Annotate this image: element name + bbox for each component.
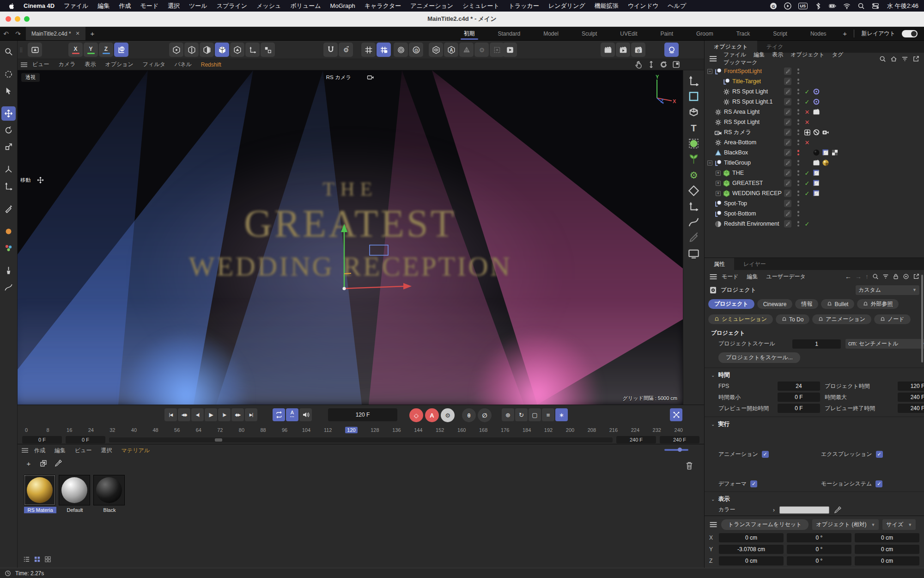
material-grid-view-icon[interactable] bbox=[33, 555, 41, 563]
om-search-icon[interactable] bbox=[879, 55, 886, 62]
edit-tag-icon[interactable] bbox=[784, 68, 791, 75]
solo-icon[interactable] bbox=[429, 43, 443, 57]
object-name[interactable]: FrontSpotLight bbox=[724, 68, 762, 74]
object-name[interactable]: THE bbox=[732, 170, 744, 176]
rotation-field[interactable]: 0 ° bbox=[787, 533, 851, 542]
pen-tool[interactable] bbox=[1, 202, 16, 216]
edit-tag-icon[interactable] bbox=[784, 159, 791, 166]
ruler-tick-104[interactable]: 104 bbox=[302, 427, 310, 433]
om-menu-item[interactable]: ファイル bbox=[720, 51, 750, 58]
edit-tag-icon[interactable] bbox=[784, 190, 791, 197]
material-item[interactable]: RS Materia bbox=[24, 475, 56, 513]
lock-axis-z-button[interactable]: Z bbox=[99, 43, 113, 57]
object-name[interactable]: Redshift Environment bbox=[724, 221, 779, 227]
edges-mode-icon[interactable] bbox=[184, 43, 199, 57]
play-icon[interactable]: ▶ bbox=[205, 408, 217, 421]
viewport-menu-item[interactable]: ビュー bbox=[28, 61, 54, 68]
orbit-view-icon[interactable] bbox=[660, 61, 668, 68]
ruler-tick-160[interactable]: 160 bbox=[457, 427, 466, 433]
load-material-icon[interactable] bbox=[38, 458, 49, 469]
object-name[interactable]: BlackBox bbox=[724, 149, 748, 156]
attr-search-icon[interactable] bbox=[872, 273, 879, 280]
attr-popup-icon[interactable] bbox=[913, 273, 919, 280]
history-forward-icon[interactable]: → bbox=[855, 273, 862, 280]
current-frame-field[interactable]: 120 F bbox=[328, 408, 397, 421]
om-filter-icon[interactable] bbox=[901, 55, 908, 62]
attr-menu-item[interactable]: 編集 bbox=[743, 273, 762, 280]
object-name[interactable]: RS Spot Light.1 bbox=[732, 98, 773, 105]
next-key-icon[interactable]: ◆▶ bbox=[231, 408, 244, 421]
edit-tag-icon[interactable] bbox=[784, 200, 791, 207]
range-end-field-2[interactable]: 240 F bbox=[660, 436, 699, 443]
coordinate-icon[interactable] bbox=[688, 75, 699, 86]
layout-tab-Nodes[interactable]: Nodes bbox=[799, 27, 838, 40]
field-value[interactable]: 24 bbox=[778, 381, 820, 391]
material-thumbnail[interactable] bbox=[59, 475, 90, 505]
ruler-tick-24[interactable]: 24 bbox=[87, 427, 95, 433]
menubar-item[interactable]: メッシュ bbox=[252, 2, 286, 9]
phong-tag-icon[interactable] bbox=[813, 190, 820, 197]
asset-browser-icon[interactable] bbox=[28, 43, 42, 57]
grid-icon[interactable] bbox=[361, 43, 376, 57]
material-item[interactable]: Black bbox=[93, 475, 126, 513]
edit-tag-icon[interactable] bbox=[784, 78, 791, 85]
project-scale-field[interactable]: 1 bbox=[792, 339, 841, 349]
edit-tag-icon[interactable] bbox=[784, 149, 791, 156]
om-popup-icon[interactable] bbox=[912, 55, 919, 62]
delete-material-icon[interactable] bbox=[685, 461, 694, 470]
input-source-icon[interactable]: US bbox=[798, 3, 808, 9]
visibility-dots[interactable] bbox=[795, 191, 802, 196]
camera-tag-icon[interactable] bbox=[822, 129, 829, 136]
crosshair-tag-icon[interactable] bbox=[804, 129, 811, 136]
edit-tag-icon[interactable] bbox=[784, 210, 791, 217]
expand-icon[interactable]: + bbox=[716, 181, 721, 186]
menubar-item[interactable]: トラッカー bbox=[504, 2, 544, 9]
enabled-check-icon[interactable]: ✓ bbox=[802, 180, 813, 187]
eyedropper-icon[interactable] bbox=[53, 458, 64, 469]
visibility-dots[interactable] bbox=[795, 119, 802, 125]
menubar-item[interactable]: レンダリング bbox=[544, 2, 590, 9]
world-coord-icon[interactable] bbox=[114, 43, 128, 57]
compositing-tag-icon[interactable] bbox=[831, 149, 839, 156]
layout-tab-UVEdit[interactable]: UVEdit bbox=[608, 27, 649, 40]
toggle-single-view-icon[interactable] bbox=[672, 61, 680, 68]
undo-icon[interactable]: ↶ bbox=[0, 27, 12, 40]
attr-tab-button[interactable]: ノード bbox=[874, 314, 911, 324]
camera-small-icon[interactable] bbox=[367, 74, 374, 81]
scale-field[interactable]: 0 cm bbox=[855, 545, 919, 554]
edit-tag-icon[interactable] bbox=[784, 98, 791, 105]
layout-tab-初期[interactable]: 初期 bbox=[452, 27, 486, 40]
menubar-item[interactable]: ボリューム bbox=[286, 2, 325, 9]
ruler-tick-176[interactable]: 176 bbox=[501, 427, 509, 433]
materials-hamburger-icon[interactable] bbox=[21, 447, 29, 454]
object-row[interactable]: − TitleGroup bbox=[705, 158, 924, 168]
checkbox-checked-icon[interactable]: ✓ bbox=[762, 451, 769, 458]
rotate-tool[interactable] bbox=[1, 123, 16, 137]
menubar-item[interactable]: モード bbox=[135, 2, 163, 9]
menubar-item[interactable]: 作成 bbox=[114, 2, 135, 9]
layout-tab-Script[interactable]: Script bbox=[761, 27, 799, 40]
softbody-icon[interactable] bbox=[688, 138, 699, 149]
polygons-mode-icon[interactable] bbox=[200, 43, 214, 57]
attr-tab-button[interactable]: Cineware bbox=[757, 299, 793, 309]
points-mode-icon[interactable] bbox=[169, 43, 183, 57]
triangulate-icon[interactable] bbox=[459, 43, 474, 57]
attr-tab-button[interactable]: シミュレーション bbox=[708, 314, 773, 324]
timeline-window-icon[interactable] bbox=[670, 408, 682, 421]
menubar-item[interactable]: MoGraph bbox=[326, 2, 360, 9]
ruler-tick-56[interactable]: 56 bbox=[173, 427, 181, 433]
autokeying-icon[interactable]: A bbox=[425, 408, 439, 422]
text-icon[interactable]: T bbox=[688, 122, 699, 134]
key-scale-icon[interactable]: ▢ bbox=[529, 408, 541, 421]
new-document-tab-button[interactable]: + bbox=[85, 27, 99, 40]
document-tab[interactable]: MainTitle2.c4d * ✕ bbox=[26, 27, 85, 40]
material-menu-item[interactable]: 選択 bbox=[97, 447, 117, 454]
visibility-dots[interactable] bbox=[795, 160, 802, 166]
autokey-range-icon[interactable]: A▪▪▪ bbox=[286, 408, 298, 421]
visibility-dots[interactable] bbox=[795, 170, 802, 176]
enabled-check-icon[interactable]: ✓ bbox=[802, 88, 813, 95]
collapse-icon[interactable]: − bbox=[707, 69, 712, 74]
edit-tag-icon[interactable] bbox=[784, 88, 791, 95]
pan-view-icon[interactable] bbox=[635, 61, 643, 68]
position-field[interactable]: 0 cm bbox=[719, 556, 784, 566]
